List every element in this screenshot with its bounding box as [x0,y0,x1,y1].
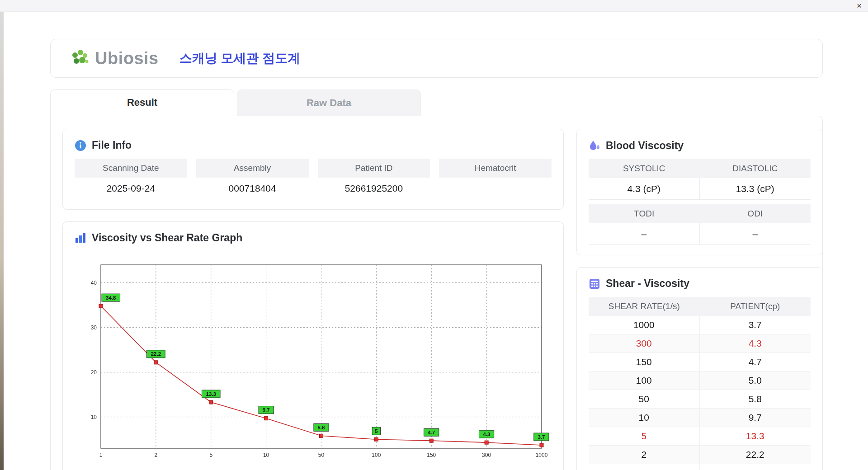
svg-text:1000: 1000 [536,452,548,458]
blood-viscosity-header-row-1: SYSTOLIC DIASTOLIC [589,159,811,178]
shear-viscosity-title-row: Shear - Viscosity [589,277,811,290]
shear-rate-cell: 2 [589,446,700,464]
svg-text:22.2: 22.2 [151,351,161,357]
svg-text:5.8: 5.8 [318,425,326,430]
table-row: 505.8 [589,390,811,409]
shear-table-header: SHEAR RATE(1/s) PATIENT(cp) [589,297,811,316]
graph-card: Viscosity vs Shear Rate Graph 1020304012… [62,221,564,470]
odi-value: – [700,223,811,245]
svg-text:20: 20 [91,369,97,376]
todi-value: – [589,223,700,245]
shear-viscosity-card: Shear - Viscosity SHEAR RATE(1/s) PATIEN… [576,267,823,470]
blood-viscosity-card: Blood Viscosity SYSTOLIC DIASTOLIC 4.3 (… [576,129,823,255]
patient-viscosity-cell: 9.7 [700,409,811,427]
file-info-card: File Info Scanning Date2025-09-24Assembl… [62,129,564,210]
svg-text:150: 150 [427,452,436,458]
todi-label: TODI [589,204,700,223]
file-info-field: Patient ID52661925200 [318,159,430,199]
shear-table-body: 10003.73004.31504.71005.0505.8109.7513.3… [589,316,811,470]
header-card: Ubiosis 스캐닝 모세관 점도계 [50,39,823,78]
file-info-field-label: Patient ID [318,159,430,178]
app-window: Ubiosis 스캐닝 모세관 점도계 Result Raw Data File… [0,39,868,470]
svg-text:10: 10 [263,452,269,458]
table-row: 10003.7 [589,316,811,334]
table-row: 513.3 [589,427,811,446]
shear-rate-cell: 150 [589,353,700,371]
shear-viscosity-title: Shear - Viscosity [606,277,689,290]
shear-rate-cell: 5 [589,427,700,446]
bar-chart-icon [75,233,86,244]
file-info-field-value [439,178,552,199]
blood-viscosity-values-row-2: – – [589,223,811,245]
patient-column-header: PATIENT(cp) [700,297,811,316]
table-row: 1005.0 [589,371,811,390]
svg-text:40: 40 [91,280,97,286]
file-info-field: Scanning Date2025-09-24 [75,159,187,199]
patient-viscosity-cell: 22.2 [700,446,811,464]
svg-text:4.7: 4.7 [428,430,435,435]
info-icon [75,140,86,151]
shear-rate-cell: 300 [589,334,700,353]
svg-text:3.7: 3.7 [538,434,545,440]
blood-viscosity-values-row-1: 4.3 (cP) 13.3 (cP) [589,178,811,200]
systolic-label: SYSTOLIC [589,159,700,178]
droplet-icon [589,139,600,152]
main-content: File Info Scanning Date2025-09-24Assembl… [50,116,823,470]
patient-viscosity-cell: 3.7 [700,316,811,334]
patient-viscosity-cell: 4.7 [700,353,811,371]
systolic-value: 4.3 (cP) [589,178,700,200]
shear-rate-cell: 10 [589,409,700,427]
tab-result[interactable]: Result [50,89,234,116]
left-column: File Info Scanning Date2025-09-24Assembl… [62,129,564,470]
svg-text:9.7: 9.7 [263,407,270,413]
svg-text:30: 30 [91,324,97,331]
shear-rate-cell: 50 [589,390,700,409]
svg-text:2: 2 [155,452,158,458]
diastolic-value: 13.3 (cP) [700,178,811,200]
file-info-field-value: 52661925200 [318,178,430,199]
shear-rate-cell: 1000 [589,316,700,334]
patient-viscosity-cell: 5.0 [700,371,811,390]
shear-rate-column-header: SHEAR RATE(1/s) [589,297,700,316]
file-info-field-value: 000718404 [196,178,309,199]
file-info-field-label: Hematocrit [439,159,552,178]
graph-title-row: Viscosity vs Shear Rate Graph [75,232,552,244]
svg-text:5: 5 [375,428,378,434]
window-titlebar: × [0,0,868,12]
right-column: Blood Viscosity SYSTOLIC DIASTOLIC 4.3 (… [576,129,823,470]
file-info-field-label: Assembly [196,159,309,178]
shear-rate-cell: 100 [589,371,700,390]
file-info-field: Hematocrit [439,159,552,199]
viscosity-chart-host: 102030401251050100150300100034.822.213.3… [75,251,552,469]
svg-text:13.3: 13.3 [206,391,216,397]
blood-viscosity-header-row-2: TODI ODI [589,204,811,223]
ubiosis-logo-icon [70,49,90,68]
svg-text:4.3: 4.3 [483,432,490,437]
patient-viscosity-cell: 4.3 [700,334,811,353]
tab-bar: Result Raw Data [50,89,823,116]
table-row: 222.2 [589,446,811,464]
blood-viscosity-title-row: Blood Viscosity [589,139,811,152]
table-grid-icon [589,278,600,290]
graph-title: Viscosity vs Shear Rate Graph [92,232,242,244]
shear-rate-cell: 1 [589,464,700,470]
svg-text:50: 50 [318,452,325,458]
logo-text: Ubiosis [95,49,159,68]
svg-text:1: 1 [99,452,103,458]
svg-text:5: 5 [209,452,212,458]
blood-viscosity-title: Blood Viscosity [606,140,684,152]
close-icon[interactable]: × [857,1,862,11]
file-info-field-label: Scanning Date [75,159,187,178]
svg-text:34.8: 34.8 [106,295,116,301]
table-row: 134.8 [589,464,811,470]
logo: Ubiosis [70,49,159,68]
file-info-title: File Info [92,139,132,151]
tab-raw-data[interactable]: Raw Data [237,89,421,116]
file-info-field-value: 2025-09-24 [75,178,187,199]
patient-viscosity-cell: 5.8 [700,390,811,409]
file-info-field: Assembly000718404 [196,159,309,199]
diastolic-label: DIASTOLIC [700,159,811,178]
table-row: 109.7 [589,409,811,427]
table-row: 3004.3 [589,334,811,353]
patient-viscosity-cell: 13.3 [700,427,811,446]
